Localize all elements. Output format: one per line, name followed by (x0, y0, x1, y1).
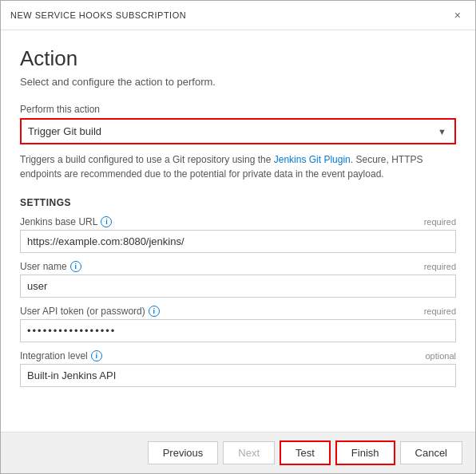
close-button[interactable]: × (450, 7, 466, 23)
username-label: User name i (20, 261, 81, 272)
api-token-row: User API token (or password) i required (20, 306, 456, 342)
dialog-body: Action Select and configure the action t… (1, 30, 475, 432)
api-token-input[interactable] (20, 319, 456, 342)
jenkins-url-required: required (424, 217, 456, 227)
finish-button[interactable]: Finish (335, 440, 395, 465)
dialog-title: NEW SERVICE HOOKS SUBSCRIPTION (10, 10, 186, 20)
api-token-info-icon[interactable]: i (149, 306, 160, 317)
jenkins-url-input[interactable] (20, 230, 456, 253)
previous-button[interactable]: Previous (148, 441, 219, 464)
integration-level-input[interactable] (20, 364, 456, 387)
next-button[interactable]: Next (223, 441, 275, 464)
jenkins-url-label: Jenkins base URL i (20, 216, 112, 227)
page-subtitle: Select and configure the action to perfo… (20, 76, 456, 88)
action-description: Triggers a build configured to use a Git… (20, 152, 456, 181)
username-required: required (424, 262, 456, 271)
settings-heading: SETTINGS (20, 197, 456, 208)
jenkins-git-plugin-link[interactable]: Jenkins Git Plugin (274, 154, 351, 165)
action-dropdown-wrapper: Trigger Git build ▼ (20, 118, 456, 144)
dialog-footer: Previous Next Test Finish Cancel (1, 432, 475, 473)
new-service-hooks-dialog: NEW SERVICE HOOKS SUBSCRIPTION × Action … (0, 0, 476, 474)
action-field-label: Perform this action (20, 104, 456, 115)
action-dropdown[interactable]: Trigger Git build (22, 120, 454, 143)
page-title: Action (20, 46, 456, 71)
jenkins-url-row: Jenkins base URL i required (20, 216, 456, 253)
integration-level-row: Integration level i optional (20, 350, 456, 387)
cancel-button[interactable]: Cancel (400, 441, 462, 464)
test-button[interactable]: Test (280, 440, 331, 465)
integration-level-label: Integration level i (20, 350, 102, 361)
integration-level-required: optional (425, 351, 456, 361)
dialog-title-bar: NEW SERVICE HOOKS SUBSCRIPTION × (1, 1, 475, 30)
api-token-required: required (424, 306, 456, 316)
api-token-label: User API token (or password) i (20, 306, 160, 317)
username-row: User name i required (20, 261, 456, 298)
username-info-icon[interactable]: i (70, 261, 81, 272)
jenkins-url-info-icon[interactable]: i (101, 216, 112, 227)
username-input[interactable] (20, 275, 456, 298)
integration-level-info-icon[interactable]: i (91, 350, 102, 361)
